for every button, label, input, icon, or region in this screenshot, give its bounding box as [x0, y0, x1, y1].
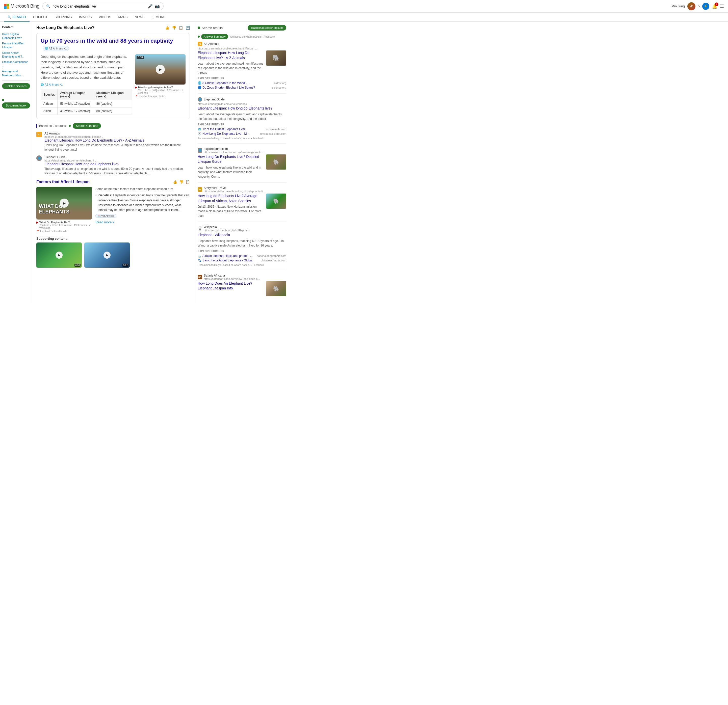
source-title-az[interactable]: Elephant Lifespan: How Long Do Elephants…: [45, 138, 190, 142]
tab-shopping[interactable]: SHOPPING: [51, 13, 75, 22]
user-name: Min Jung: [672, 4, 685, 8]
factors-video-location: 📍 Elephant diet and health: [36, 230, 92, 233]
r2-e1-label: 12 of the Oldest Elephants Ever...: [202, 127, 248, 131]
tsr-badge-button[interactable]: Traditional Search Results: [248, 25, 286, 30]
sidebar-item-factors[interactable]: Factors that Affect Lifespan: [2, 41, 30, 50]
r1-e2-source: science.org: [272, 86, 286, 89]
mini-video-2[interactable]: ▶ 5:22: [84, 242, 130, 268]
r5-explore-1[interactable]: 🏔️ African elephant, facts and photos -.…: [198, 254, 286, 258]
r1-e2-label: Do Zoos Shorten Elephant Life Spans?: [202, 86, 255, 89]
menu-icon[interactable]: ☰: [720, 4, 724, 9]
tab-videos[interactable]: VIDEOS: [95, 13, 115, 22]
r5-title[interactable]: Elephant - Wikipedia: [198, 233, 286, 238]
source-title-eg[interactable]: Elephant Lifespan: How long do Elephants…: [45, 162, 190, 166]
header: Microsoft Bing 🔍 🎤 📷 Min Jung MJ 5 ⚡ 🔔 2…: [0, 0, 728, 13]
camera-icon[interactable]: 📷: [155, 4, 160, 9]
r5-explore-2[interactable]: 🐾 Basic Facts About Elephants - Globa...…: [198, 258, 286, 263]
r6-title[interactable]: How Long Does An Elephant Live? Elephant…: [198, 281, 264, 291]
factors-video-thumb[interactable]: WHAT DOELEPHANTS ▶: [36, 187, 92, 219]
factors-save-icon[interactable]: 📋: [186, 180, 190, 184]
r4-title[interactable]: How long do Elephants Live? Average Life…: [198, 193, 264, 203]
source-url-eg: https://elephantguide.com/en/elephant-li…: [45, 159, 190, 162]
reward-icon[interactable]: ⚡: [702, 3, 709, 10]
r2-explore-2[interactable]: 🕐 How Long Do Elephants Live - M... myag…: [198, 131, 286, 136]
factors-play-icon[interactable]: ▶: [59, 199, 69, 208]
r2-e2-icon: 🕐: [198, 132, 201, 136]
factors-thumbs-down-icon[interactable]: 👎: [179, 180, 183, 184]
r2-explore-1[interactable]: 🗺️ 12 of the Oldest Elephants Ever... a-…: [198, 127, 286, 131]
table-row-african: African 56 (wild) / 17 (captive) 86 (cap…: [41, 100, 132, 108]
r1-title[interactable]: Elephant Lifespan: How Long Do Elephants…: [198, 50, 264, 60]
tab-search[interactable]: 🔍 SEARCH: [4, 13, 30, 22]
sidebar-item-oldest[interactable]: Oldest Known Elephants and T...: [2, 50, 30, 59]
read-more-link[interactable]: Read more ∨: [95, 220, 190, 224]
sidebar-item-average[interactable]: Average and Maximum Lifes...: [2, 69, 30, 78]
video-title-row: ▶ How long do elephants live? YouTube › …: [135, 86, 186, 94]
refresh-icon[interactable]: 🔄: [186, 26, 190, 30]
tsr-dot-icon: [198, 26, 200, 29]
source-icon-az: AZ: [36, 132, 42, 137]
table-cell-species-african: African: [41, 100, 58, 108]
notification-badge: 2: [715, 3, 718, 6]
r5-site-icon: W: [198, 226, 202, 231]
play-button-icon[interactable]: ▶: [156, 65, 165, 74]
search-bar[interactable]: 🔍 🎤 📷: [42, 2, 163, 10]
r4-thumb: 🐘: [266, 193, 286, 209]
document-index-button[interactable]: Document Index: [2, 102, 30, 108]
title-actions: 👍 👎 📋 🔄: [165, 26, 190, 30]
save-icon[interactable]: 📋: [179, 26, 183, 30]
mini-video-1[interactable]: ▶ 0:33: [36, 242, 82, 268]
r3-title[interactable]: How Long Do Elephants Live? Detailed Lif…: [198, 154, 264, 164]
mini-duration-badge-2: 5:22: [123, 264, 129, 267]
tab-more[interactable]: ⋮ MORE: [148, 13, 169, 22]
tab-maps[interactable]: MAPS: [115, 13, 131, 22]
r2-e1-source: a-z-animals.com: [266, 128, 286, 131]
nav-tabs: 🔍 SEARCH COPILOT SHOPPING IMAGES VIDEOS …: [0, 13, 728, 22]
search-input[interactable]: [52, 4, 146, 8]
tsr-label-row: Search results: [198, 26, 222, 30]
r2-site-name: Elephant Guide: [204, 98, 225, 101]
answer-box: Up to 70 years in the wild and 88 years …: [36, 33, 190, 119]
r3-thumb: 🐘: [266, 154, 286, 170]
tab-copilot[interactable]: COPILOT: [30, 13, 51, 22]
r1-e1-label: 8 Oldest Elephants in the World -...: [202, 81, 249, 85]
factors-thumbs-up-icon[interactable]: 👍: [173, 180, 177, 184]
tab-images[interactable]: IMAGES: [75, 13, 95, 22]
answer-video-thumb[interactable]: 0:58 ▶: [135, 54, 186, 85]
answer-body: Depending on the species, sex, and origi…: [40, 54, 186, 115]
tab-news[interactable]: NEWS: [131, 13, 148, 22]
factors-video-title: What Do Elephants Eat?: [39, 221, 92, 224]
factors-title: Factors that Affect Lifespan: [36, 180, 90, 184]
r2-title[interactable]: Elephant Lifespan: How long do Elephants…: [198, 106, 286, 111]
answer-source-link[interactable]: 🌐 AZ Animals +1: [40, 83, 132, 86]
factors-content: WHAT DOELEPHANTS ▶ ▶ What Do Elephants E…: [36, 187, 190, 233]
avatar[interactable]: MJ: [688, 2, 695, 10]
r1-explore-1[interactable]: 🌐 8 Oldest Elephants in the World -... o…: [198, 81, 286, 85]
supporting-title: Supporting content:: [36, 237, 190, 241]
r2-explore-header: EXPLORE FURTHER: [198, 123, 286, 126]
r4-desc: Jul 13, 2015 · Nasa's New Horizons missi…: [198, 205, 264, 218]
thumbs-up-icon[interactable]: 👍: [165, 26, 169, 30]
tab-maps-label: MAPS: [118, 15, 128, 19]
sidebar-item-comparison[interactable]: Lifespan Comparison ...: [2, 59, 30, 69]
table-header-max: Maximum Lifespan (years): [94, 89, 132, 100]
right-result-4: ST Storyteller Travel https://storytelle…: [198, 186, 286, 222]
r2-feedback: Recommended to you based on what's popul…: [198, 137, 286, 140]
vet-advices-badge[interactable]: 🏥 Vet Advices: [95, 214, 116, 218]
sidebar: Content How Long Do Elephants Live? Fact…: [0, 22, 32, 303]
factors-bullet-genetics: • Genetics: Elephants inherit certain tr…: [95, 193, 190, 212]
r2-url: https://elephantguide.com/en/elephant-li…: [198, 102, 286, 105]
mic-icon[interactable]: 🎤: [148, 4, 153, 9]
answer-body-text: Depending on the species, sex, and origi…: [40, 54, 132, 81]
r4-site-name: Storyteller Travel: [204, 186, 265, 190]
source-citations-button[interactable]: Source Citations: [73, 123, 101, 129]
answer-source-badge[interactable]: 🌐 AZ Animals +1: [43, 46, 69, 51]
thumbs-down-icon[interactable]: 👎: [172, 26, 176, 30]
more-dots-icon: ⋮: [152, 15, 155, 19]
answer-video-col: 0:58 ▶ ▶ How long do elephants live? You…: [135, 54, 186, 98]
tsr-label: Search results: [202, 26, 222, 30]
chevron-down-icon: ∨: [112, 221, 114, 224]
notification-icon[interactable]: 🔔 2: [712, 4, 717, 9]
sidebar-item-how-long[interactable]: How Long Do Elephants Live?: [2, 32, 30, 41]
r1-explore-2[interactable]: 🔵 Do Zoos Shorten Elephant Life Spans? s…: [198, 85, 286, 90]
